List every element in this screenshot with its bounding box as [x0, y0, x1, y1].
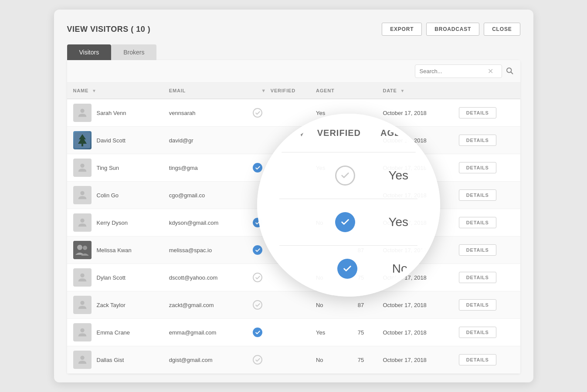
- action-cell: DETAILS: [453, 182, 520, 209]
- table-row: Dallas Gist dgist@gmail.com No 75 Octobe…: [67, 346, 520, 374]
- score-cell: [352, 127, 377, 154]
- svg-point-9: [83, 246, 87, 250]
- score-cell: 87: [352, 291, 377, 319]
- action-cell: DETAILS: [453, 154, 520, 182]
- header-buttons: EXPORT BROADCAST CLOSE: [382, 23, 520, 36]
- date-cell: October 17, 2018: [377, 346, 452, 374]
- avatar: [73, 268, 92, 287]
- agent-cell: Yes: [310, 99, 352, 127]
- svg-point-2: [80, 109, 84, 113]
- verified-cell: [247, 237, 310, 264]
- tab-visitors[interactable]: Visitors: [67, 44, 112, 60]
- table-row: Ting Sun tings@gma Yes October 17, 2018 …: [67, 154, 520, 182]
- score-cell: 87: [352, 237, 377, 264]
- agent-cell: No: [310, 209, 352, 237]
- table-toolbar: ✕: [67, 60, 520, 83]
- score-cell: [352, 209, 377, 237]
- name-cell: Sarah Venn: [67, 99, 163, 127]
- email-cell: vennsarah: [163, 99, 247, 127]
- svg-point-11: [80, 301, 84, 305]
- date-cell: October 17, 2018: [377, 182, 452, 209]
- table-row: Sarah Venn vennsarah Yes October 17, 201…: [67, 99, 520, 127]
- visitor-name: Dylan Scott: [97, 274, 126, 281]
- action-cell: DETAILS: [453, 127, 520, 154]
- verified-cell: [247, 291, 310, 319]
- details-button[interactable]: DETAILS: [459, 135, 496, 146]
- col-email: EMAIL: [163, 83, 247, 99]
- details-button[interactable]: DETAILS: [459, 189, 496, 201]
- agent-cell: [310, 237, 352, 264]
- verified-cell: [247, 154, 310, 182]
- date-cell: October 17, 2018: [377, 264, 452, 291]
- verified-icon-blue: [253, 328, 262, 337]
- tab-brokers[interactable]: Brokers: [111, 44, 156, 60]
- details-button[interactable]: DETAILS: [459, 217, 496, 228]
- agent-cell: No: [310, 346, 352, 374]
- details-button[interactable]: DETAILS: [459, 107, 496, 118]
- svg-point-8: [77, 245, 82, 250]
- clear-icon[interactable]: ✕: [488, 67, 493, 75]
- name-cell: Ting Sun: [67, 154, 163, 182]
- score-cell: 75: [352, 319, 377, 346]
- avatar: [73, 104, 92, 122]
- date-sort-icon[interactable]: ▼: [400, 88, 405, 93]
- verified-cell: [247, 127, 310, 154]
- name-cell: Kerry Dyson: [67, 209, 163, 237]
- close-button[interactable]: CLOSE: [484, 23, 520, 36]
- svg-point-4: [80, 164, 84, 168]
- details-button[interactable]: DETAILS: [459, 272, 496, 283]
- visitor-name: Dallas Gist: [97, 357, 124, 363]
- action-cell: DETAILS: [453, 346, 520, 374]
- col-score: [352, 83, 377, 99]
- agent-cell: No: [310, 291, 352, 319]
- details-button[interactable]: DETAILS: [459, 354, 496, 365]
- visitor-name: Ting Sun: [97, 165, 119, 171]
- name-cell: Colin Go: [67, 182, 163, 209]
- date-cell: October 17, 2018: [377, 154, 452, 182]
- search-icon: [506, 67, 513, 74]
- col-date: DATE ▼: [377, 83, 452, 99]
- table-container: ✕ NAME ▼ EMAIL ▼: [67, 60, 520, 374]
- name-sort-icon[interactable]: ▼: [92, 88, 97, 93]
- svg-point-12: [80, 328, 84, 332]
- col-verified: ▼ VERIFIED: [247, 83, 310, 99]
- table-row: Kerry Dyson kdyson@gmail.com No October …: [67, 209, 520, 237]
- avatar: [73, 296, 92, 314]
- details-button[interactable]: DETAILS: [459, 162, 496, 173]
- broadcast-button[interactable]: BROADCAST: [426, 23, 479, 36]
- verified-icon-gray: [253, 300, 262, 310]
- avatar: [73, 159, 92, 177]
- svg-point-0: [507, 68, 512, 73]
- export-button[interactable]: EXPORT: [382, 23, 422, 36]
- date-cell: October 17, 2018: [377, 209, 452, 237]
- svg-point-10: [80, 274, 84, 277]
- svg-point-13: [80, 356, 84, 360]
- col-action: [453, 83, 520, 99]
- table-row: Dylan Scott dscott@yahoo.com No 75 Octob…: [67, 264, 520, 291]
- table-row: Melissa Kwan melissa@spac.io 87 October …: [67, 237, 520, 264]
- avatar: [73, 131, 92, 149]
- date-cell: October 17, 2018: [377, 127, 452, 154]
- score-cell: 75: [352, 346, 377, 374]
- verified-icon-gray: [253, 273, 262, 282]
- action-cell: DETAILS: [453, 319, 520, 346]
- table-row: Zack Taylor zackt@gmail.com No 87 Octobe…: [67, 291, 520, 319]
- agent-cell: Yes: [310, 319, 352, 346]
- verified-cell: [247, 319, 310, 346]
- verified-cell: [247, 346, 310, 374]
- details-button[interactable]: DETAILS: [459, 299, 496, 311]
- search-button[interactable]: [506, 67, 513, 76]
- details-button[interactable]: DETAILS: [459, 327, 496, 338]
- email-cell: cgo@gmail.co: [163, 182, 247, 209]
- email-cell: kdyson@gmail.com: [163, 209, 247, 237]
- verified-cell: [247, 264, 310, 291]
- avatar: [73, 213, 92, 232]
- visitor-name: Emma Crane: [97, 329, 130, 336]
- search-input[interactable]: [420, 68, 485, 74]
- email-cell: dgist@gmail.com: [163, 346, 247, 374]
- details-button[interactable]: DETAILS: [459, 244, 496, 256]
- email-cell: tings@gma: [163, 154, 247, 182]
- email-cell: emma@gmail.com: [163, 319, 247, 346]
- email-cell: david@gr: [163, 127, 247, 154]
- score-cell: [352, 154, 377, 182]
